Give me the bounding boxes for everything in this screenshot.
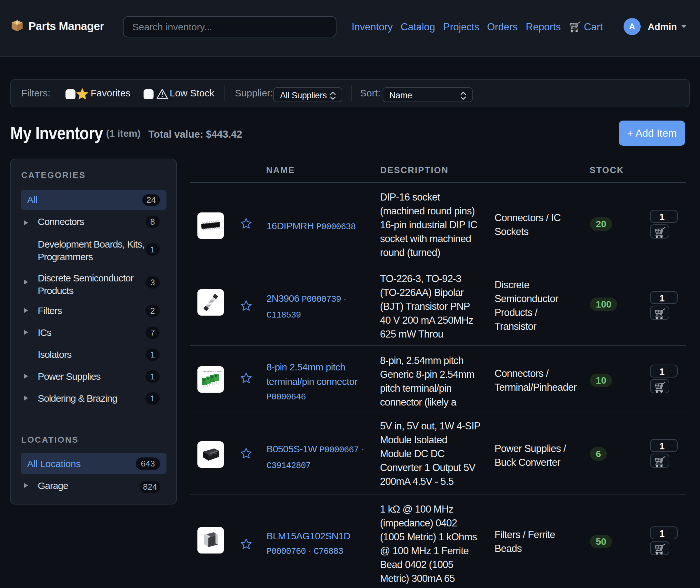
svg-text:2.54mm Pitch PCB Terminal: 2.54mm Pitch PCB Terminal [201, 370, 222, 372]
